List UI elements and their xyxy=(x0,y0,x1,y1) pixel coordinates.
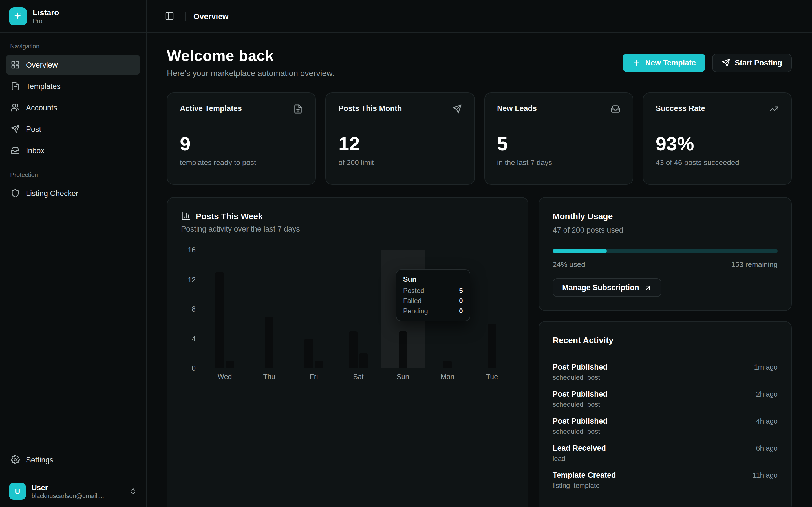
activity-item-type: scheduled_post xyxy=(553,374,608,381)
manage-subscription-button[interactable]: Manage Subscription xyxy=(553,278,661,297)
tooltip-title: Sun xyxy=(403,276,463,283)
activity-item: Post Published scheduled_post 1m ago xyxy=(553,363,777,381)
tooltip-value: 5 xyxy=(459,287,463,295)
inbox-icon xyxy=(611,104,620,114)
sidebar-item-templates[interactable]: Templates xyxy=(6,76,140,96)
bar-posted-tue[interactable] xyxy=(488,324,496,368)
sidebar-item-label: Templates xyxy=(26,82,61,91)
gear-icon xyxy=(11,455,20,464)
chart-subtitle: Posting activity over the last 7 days xyxy=(181,225,514,233)
chevrons-up-down-icon xyxy=(129,487,137,495)
sidebar-item-listing-checker[interactable]: Listing Checker xyxy=(6,183,140,203)
sidebar-item-accounts[interactable]: Accounts xyxy=(6,98,140,118)
app-name: Listaro xyxy=(33,8,59,17)
send-icon xyxy=(452,104,462,114)
activity-item-time: 4h ago xyxy=(756,417,777,425)
stat-title: Active Templates xyxy=(180,104,242,113)
x-axis-label-thu: Thu xyxy=(247,373,292,381)
manage-subscription-label: Manage Subscription xyxy=(562,283,639,292)
trending-up-icon xyxy=(769,104,779,114)
sidebar-item-label: Listing Checker xyxy=(26,189,79,198)
chart-column-tue[interactable]: Tue xyxy=(470,250,514,381)
stat-card-posts-this-month: Posts This Month 12 of 200 limit xyxy=(326,93,475,185)
chart-title: Posts This Week xyxy=(196,211,263,221)
sidebar-item-label: Settings xyxy=(26,455,54,464)
monthly-usage-card: Monthly Usage 47 of 200 posts used 24% u… xyxy=(539,197,792,311)
bar-posted-mon[interactable] xyxy=(443,360,452,368)
arrow-up-right-icon xyxy=(644,284,652,291)
start-posting-button[interactable]: Start Posting xyxy=(712,53,792,72)
sparkles-icon xyxy=(13,11,23,21)
sidebar-toggle-button[interactable] xyxy=(161,8,177,24)
logo-row: Listaro Pro xyxy=(0,0,146,33)
activity-item: Post Published scheduled_post 2h ago xyxy=(553,390,777,408)
x-axis-label-fri: Fri xyxy=(292,373,336,381)
usage-used-label: 24% used xyxy=(553,260,585,269)
bar-failed-wed[interactable] xyxy=(225,360,234,368)
bar-posted-wed[interactable] xyxy=(215,272,224,368)
grid-icon xyxy=(11,60,20,69)
activity-item-time: 2h ago xyxy=(756,390,777,398)
sidebar-item-label: Post xyxy=(26,125,41,133)
user-email: blacknuscarlson@gmail.... xyxy=(32,492,123,499)
sidebar-spacer xyxy=(0,204,146,449)
activity-item-time: 1m ago xyxy=(754,363,777,371)
new-template-button[interactable]: New Template xyxy=(622,53,705,72)
activity-item-title: Template Created xyxy=(553,471,616,480)
main-area: Overview Welcome back Here's your market… xyxy=(147,0,812,507)
sidebar-item-label: Accounts xyxy=(26,103,57,112)
page-breadcrumb: Overview xyxy=(193,11,229,20)
send-icon xyxy=(11,124,20,133)
x-axis-label-wed: Wed xyxy=(202,373,247,381)
y-tick-12: 12 xyxy=(181,276,196,284)
activity-item-type: lead xyxy=(553,455,606,462)
activity-item-time: 6h ago xyxy=(756,445,777,452)
activity-item-title: Lead Received xyxy=(553,444,606,452)
activity-item-type: listing_template xyxy=(553,482,616,490)
bar-posted-sun[interactable] xyxy=(399,331,407,368)
sidebar-item-settings[interactable]: Settings xyxy=(6,450,140,470)
plus-icon xyxy=(632,58,641,67)
y-tick-0: 0 xyxy=(181,364,196,372)
screen: Listaro Pro Navigation Overview Template… xyxy=(0,0,812,507)
panel-left-icon xyxy=(164,11,174,21)
y-tick-4: 4 xyxy=(181,335,196,343)
app-plan: Pro xyxy=(33,17,59,24)
stat-title: Success Rate xyxy=(656,104,705,113)
user-menu[interactable]: U User blacknuscarlson@gmail.... xyxy=(0,475,146,507)
activity-list: Post Published scheduled_post 1m ago Pos… xyxy=(553,363,777,490)
sidebar-item-post[interactable]: Post xyxy=(6,119,140,139)
start-posting-label: Start Posting xyxy=(735,58,782,67)
bar-posted-fri[interactable] xyxy=(305,339,313,368)
activity-item-title: Post Published xyxy=(553,390,608,398)
protection-section-label: Protection xyxy=(0,161,146,182)
nav-section-label: Navigation xyxy=(0,33,146,54)
chart-column-thu[interactable]: Thu xyxy=(247,250,292,381)
file-text-icon xyxy=(11,82,20,91)
stat-card-success-rate: Success Rate 93% 43 of 46 posts succeede… xyxy=(643,93,792,185)
send-icon xyxy=(722,58,730,67)
lower-grid: Posts This Week Posting activity over th… xyxy=(167,197,792,507)
x-axis-label-tue: Tue xyxy=(470,373,514,381)
activity-item: Template Created listing_template 11h ag… xyxy=(553,471,777,490)
stat-value: 12 xyxy=(339,134,462,153)
bar-posted-sat[interactable] xyxy=(349,331,357,368)
sidebar-item-label: Inbox xyxy=(26,146,45,155)
bar-failed-fri[interactable] xyxy=(315,360,323,368)
stat-caption: of 200 limit xyxy=(339,158,462,167)
topbar-separator xyxy=(185,11,186,20)
bar-posted-thu[interactable] xyxy=(265,316,273,368)
chart-column-wed[interactable]: Wed xyxy=(202,250,247,381)
stat-value: 93% xyxy=(656,134,779,153)
chart-column-sat[interactable]: Sat xyxy=(336,250,380,381)
tooltip-row: Pending 0 xyxy=(403,307,463,315)
sidebar-item-overview[interactable]: Overview xyxy=(6,55,140,75)
stats-row: Active Templates 9 templates ready to po… xyxy=(167,93,792,185)
bar-failed-sat[interactable] xyxy=(359,353,368,368)
right-column: Monthly Usage 47 of 200 posts used 24% u… xyxy=(539,197,792,507)
avatar: U xyxy=(9,483,26,500)
chart-tooltip: Sun Posted 5 Failed 0 Pen xyxy=(396,269,470,321)
chart-column-fri[interactable]: Fri xyxy=(292,250,336,381)
x-axis-label-mon: Mon xyxy=(425,373,470,381)
sidebar-item-inbox[interactable]: Inbox xyxy=(6,140,140,161)
